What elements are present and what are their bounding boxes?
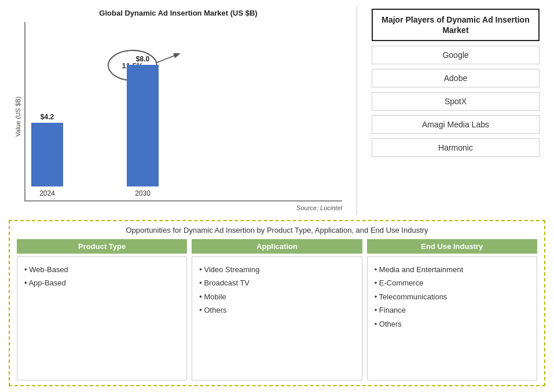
vertical-divider [357,6,357,214]
player-amagi: Amagi Media Labs [372,115,540,134]
opp-column-end-use: End Use Industry • Media and Entertainme… [367,239,537,380]
end-use-item-1: • E-Commerce [375,276,530,290]
end-use-item-4: • Others [375,317,530,331]
player-spotx: SpotX [372,92,540,111]
product-type-item-1: • App-Based [24,276,179,290]
players-title: Major Players of Dynamic Ad Insertion Ma… [372,9,540,41]
chart-title: Global Dynamic Ad Insertion Market (US $… [14,9,342,17]
opp-column-product-type: Product Type • Web-Based • App-Based [17,239,187,380]
chart-section: Global Dynamic Ad Insertion Market (US $… [9,6,348,214]
player-adobe: Adobe [372,69,540,87]
chart-overlay-svg: 11.5% [25,22,342,200]
opp-content-end-use: • Media and Entertainment • E-Commerce •… [367,257,537,380]
bar-label-2024: 2024 [39,189,55,197]
bar-group-2024: $4.2 2024 [31,113,63,197]
opp-header-end-use: End Use Industry [367,239,537,254]
bars-container: 11.5% $4.2 [24,22,342,202]
application-item-2: • Mobile [199,290,354,303]
application-item-3: • Others [199,303,354,317]
application-item-0: • Video Streaming [199,263,354,276]
end-use-item-0: • Media and Entertainment [375,263,530,276]
bar-value-2024: $4.2 [41,113,54,121]
bottom-section: Opportunities for Dynamic Ad Insertion b… [9,220,545,386]
chart-area: Value (US $B) 11.5% [14,22,342,211]
player-google: Google [372,46,540,64]
bar-2030 [127,65,159,186]
end-use-item-2: • Telecommunications [375,290,530,303]
opportunities-columns: Product Type • Web-Based • App-Based App… [17,239,537,380]
opportunities-title: Opportunities for Dynamic Ad Insertion b… [17,226,537,235]
bar-group-2030: $8.0 2030 [127,55,159,197]
source-text: Source: Lucintel [24,204,342,211]
opp-column-application: Application • Video Streaming • Broadcas… [192,239,362,380]
application-item-1: • Broadcast TV [199,276,354,290]
bar-value-2030: $8.0 [136,55,149,63]
players-section: Major Players of Dynamic Ad Insertion Ma… [366,6,545,214]
opp-content-product-type: • Web-Based • App-Based [17,257,187,380]
svg-line-2 [157,54,179,63]
player-harmonic: Harmonic [372,138,540,157]
chart-plot: 11.5% $4.2 [24,22,342,211]
product-type-item-0: • Web-Based [24,263,179,276]
top-section: Global Dynamic Ad Insertion Market (US $… [9,6,545,214]
y-axis-label: Value (US $B) [14,22,21,211]
opp-header-product-type: Product Type [17,239,187,254]
bar-label-2030: 2030 [135,189,151,197]
bar-2024 [31,123,63,186]
opp-header-application: Application [192,239,362,254]
opp-content-application: • Video Streaming • Broadcast TV • Mobil… [192,257,362,380]
end-use-item-3: • Finance [375,303,530,317]
main-container: Global Dynamic Ad Insertion Market (US $… [0,0,554,392]
